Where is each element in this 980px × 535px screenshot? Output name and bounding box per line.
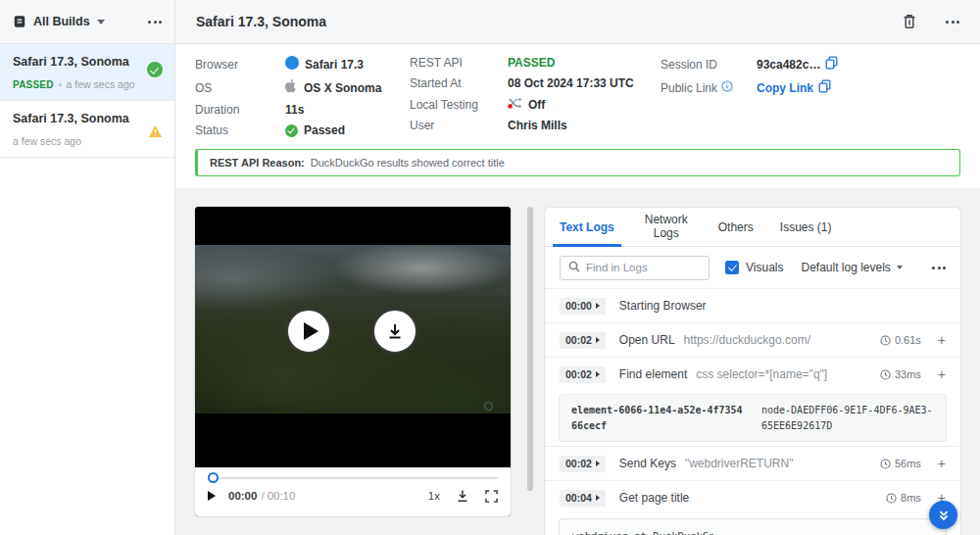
log-command: Starting Browser <box>619 299 707 313</box>
video-watermark <box>484 402 493 411</box>
rest-api-value: PASSED <box>508 56 555 70</box>
progress-handle[interactable] <box>208 472 219 483</box>
status-value: Passed <box>304 123 345 137</box>
node-id: node-DAEDFF06-9E1F-4DF6-9AE3-65EE6E92617… <box>761 403 934 433</box>
builds-list-icon <box>13 15 26 28</box>
banner-text: DuckDuckGo results showed correct title <box>311 157 505 169</box>
timestamp-chip[interactable]: 00:02 <box>560 366 606 383</box>
current-time: 00:00 <box>228 490 257 502</box>
local-testing-icon <box>508 97 522 112</box>
log-duration: 0.61s <box>880 334 921 346</box>
copy-link-label: Copy Link <box>757 81 813 95</box>
fullscreen-icon[interactable] <box>485 490 498 503</box>
apple-icon <box>285 79 298 96</box>
log-argument: "webdriverRETURN" <box>685 457 794 470</box>
timestamp-chip[interactable]: 00:02 <box>560 456 606 472</box>
log-argument: https://duckduckgo.com/ <box>684 333 810 347</box>
log-row[interactable]: 00:04 Get page title 8ms <box>545 480 960 514</box>
tab-issues[interactable]: Issues (1) <box>780 208 832 246</box>
rest-api-reason-banner: REST API Reason: DuckDuckGo results show… <box>195 149 960 176</box>
log-command: Get page title <box>619 491 689 505</box>
find-in-logs-search[interactable] <box>560 256 710 280</box>
log-row[interactable]: 00:00 Starting Browser <box>545 288 960 322</box>
video-play-button[interactable] <box>286 309 331 354</box>
os-label: OS <box>195 81 285 95</box>
video-thumbnail <box>195 245 511 413</box>
vertical-scrollbar[interactable] <box>527 207 533 491</box>
logs-menu-button[interactable] <box>932 267 946 269</box>
copy-link-button[interactable]: Copy Link <box>757 79 831 96</box>
log-row[interactable]: 00:02 Find element css selector=*[name="… <box>545 357 960 391</box>
local-testing-label: Local Testing <box>410 98 508 112</box>
log-command: Find element <box>619 367 687 381</box>
browser-value: Safari 17.3 <box>305 58 364 72</box>
session-id-copy[interactable]: 93ca482c… <box>757 56 838 73</box>
video-progress-bar[interactable] <box>208 472 498 485</box>
rest-api-label: REST API <box>410 56 508 70</box>
log-levels-dropdown[interactable]: Default log levels <box>801 261 902 274</box>
timestamp-chip[interactable]: 00:00 <box>560 298 606 315</box>
chevron-down-icon <box>897 266 903 269</box>
playback-speed-button[interactable]: 1x <box>428 490 440 502</box>
build-passed-icon <box>147 62 163 77</box>
scroll-to-bottom-button[interactable] <box>929 501 957 529</box>
dot-separator <box>59 83 62 86</box>
tab-others[interactable]: Others <box>718 208 754 246</box>
search-icon <box>568 259 580 276</box>
session-header: Safari 17.3, Sonoma <box>175 0 980 44</box>
time-separator: / <box>261 490 264 502</box>
play-icon[interactable] <box>208 491 216 501</box>
build-warning-icon <box>148 124 163 142</box>
timestamp-chip[interactable]: 00:04 <box>560 490 606 507</box>
local-testing-value: Off <box>528 98 545 112</box>
log-row[interactable]: 00:02 Send Keys "webdriverRETURN" 56ms <box>545 446 960 480</box>
public-link-label: Public Link <box>661 81 717 95</box>
log-row[interactable]: 00:02 Open URL https://duckduckgo.com/ 0… <box>545 322 960 357</box>
builds-dropdown[interactable]: All Builds <box>0 0 174 44</box>
builds-sidebar: All Builds Safari 17.3, Sonoma PASSED a … <box>0 0 175 535</box>
session-id-label: Session ID <box>661 58 757 72</box>
started-at-value: 08 Oct 2024 17:33 UTC <box>508 76 634 90</box>
tab-text-logs[interactable]: Text Logs <box>560 208 614 246</box>
build-timestamp: a few secs ago <box>13 135 81 147</box>
visuals-label: Visuals <box>746 261 783 274</box>
video-controls: 00:00 / 00:10 1x <box>195 467 511 516</box>
tab-network-logs[interactable]: Network Logs <box>641 208 692 246</box>
expand-row-button[interactable] <box>938 333 946 347</box>
element-result-block: element-6066-11e4-a52e-4f735466cecf node… <box>559 394 947 442</box>
build-item-1[interactable]: Safari 17.3, Sonoma PASSED a few secs ag… <box>0 44 174 101</box>
os-value: OS X Sonoma <box>304 81 381 95</box>
log-argument: css selector=*[name="q"] <box>696 367 827 381</box>
video-player: 00:00 / 00:10 1x <box>195 207 511 516</box>
delete-session-button[interactable] <box>903 14 916 29</box>
status-label: Status <box>195 123 285 137</box>
expand-row-button[interactable] <box>938 457 946 470</box>
copy-icon <box>825 56 838 73</box>
total-time: 00:10 <box>268 490 296 502</box>
builds-dropdown-label: All Builds <box>33 15 90 28</box>
duration-value: 11s <box>285 103 304 117</box>
element-id: element-6066-11e4-a52e-4f735466cecf <box>571 403 744 433</box>
build-title: Safari 17.3, Sonoma <box>13 112 162 125</box>
download-video-icon[interactable] <box>456 489 469 503</box>
session-menu-button[interactable] <box>946 21 959 24</box>
sidebar-menu-button[interactable] <box>148 21 162 24</box>
log-output-block: webdriver at DuckDuckGo <box>559 518 947 535</box>
timestamp-chip[interactable]: 00:02 <box>560 332 606 349</box>
log-command: Open URL <box>619 333 675 347</box>
video-frame <box>195 207 511 467</box>
visuals-checkbox[interactable] <box>725 261 739 274</box>
session-title: Safari 17.3, Sonoma <box>196 14 326 29</box>
logs-panel: Text Logs Network Logs Others Issues (1)… <box>544 207 961 535</box>
video-download-button[interactable] <box>372 309 417 354</box>
search-input[interactable] <box>586 262 701 273</box>
log-duration: 33ms <box>880 368 921 380</box>
safari-icon <box>285 56 299 73</box>
duration-label: Duration <box>195 103 285 117</box>
build-title: Safari 17.3, Sonoma <box>13 55 162 69</box>
automate-session-page: All Builds Safari 17.3, Sonoma PASSED a … <box>0 0 980 535</box>
build-item-2[interactable]: Safari 17.3, Sonoma a few secs ago <box>0 101 174 158</box>
session-metadata: Browser Safari 17.3 OS OS X Sonoma <box>175 44 980 188</box>
banner-label: REST API Reason: <box>210 157 305 169</box>
expand-row-button[interactable] <box>938 367 946 381</box>
